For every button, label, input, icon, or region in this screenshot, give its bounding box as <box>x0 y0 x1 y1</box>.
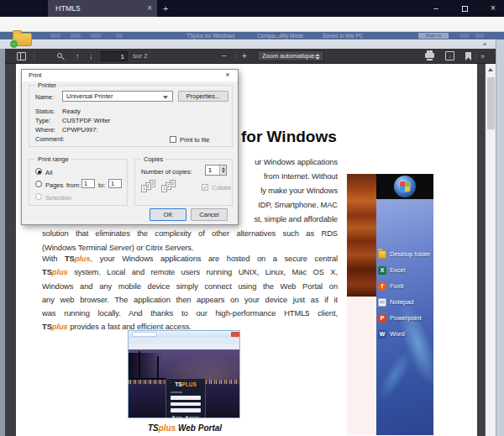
background-toolbar-icon <box>475 34 484 38</box>
browser-tab[interactable]: HTML5 <box>48 0 157 17</box>
desktop-menu-item-foxit: Foxit <box>378 278 432 294</box>
new-tab-button[interactable] <box>163 0 168 17</box>
collate-label: Collate <box>212 184 231 192</box>
scroll-up-icon[interactable] <box>488 68 493 71</box>
text-segment: plus <box>52 267 68 276</box>
login-field <box>171 396 201 400</box>
background-toolbar-icon <box>50 34 60 38</box>
range-all-radio[interactable] <box>35 168 42 175</box>
paragraph-2: With TSplus, your Windows applications a… <box>42 254 338 336</box>
text-line: solution that eliminates the complexity … <box>42 229 338 243</box>
text-line: With TSplus, your Windows applications a… <box>42 254 338 267</box>
login-label-bar <box>171 391 182 393</box>
copies-label: Number of copies: <box>141 168 192 176</box>
logo-plus: PLUS <box>181 381 196 387</box>
tsplus-logo: TSPLUS <box>166 381 205 387</box>
zoom-select[interactable]: Zoom automatique <box>257 50 324 61</box>
print-range-label: Print range <box>35 155 71 163</box>
preview-close-icon[interactable] <box>479 40 491 49</box>
tab-title: HTML5 <box>55 0 81 17</box>
print-icon[interactable] <box>425 53 434 58</box>
window-close-button[interactable] <box>484 0 502 17</box>
maximize-icon <box>462 6 468 12</box>
ok-button[interactable]: OK <box>150 208 186 221</box>
previous-page-icon[interactable] <box>76 49 80 64</box>
foxit-icon <box>378 282 386 291</box>
scrollbar-thumb[interactable] <box>487 77 495 129</box>
notepad-icon <box>378 298 386 307</box>
green-arrow-icon <box>10 40 18 48</box>
type-label: Type: <box>35 117 50 124</box>
range-pages-radio[interactable] <box>35 181 42 187</box>
radio-icon <box>172 416 175 418</box>
collate-checkbox <box>202 184 208 191</box>
desktop-menu-item-word: Word <box>378 326 432 342</box>
cancel-button[interactable]: Cancel <box>191 208 228 221</box>
powerpoint-icon <box>378 314 386 323</box>
text-segment: With <box>42 254 65 263</box>
properties-button[interactable]: Properties... <box>178 91 228 102</box>
folder-icon <box>378 250 386 259</box>
pdf-scrollbar[interactable] <box>485 64 496 436</box>
desktop-image: Desktop folderExcelFoxitNotepadPowerpoin… <box>347 174 433 435</box>
download-icon[interactable] <box>445 51 454 60</box>
text-segment: TS <box>42 267 52 276</box>
desktop-menu-item-powerpoint: Powerpoint <box>378 310 432 326</box>
mini-browser-tabbar <box>129 331 240 338</box>
from-label: from: <box>66 181 81 189</box>
next-page-icon[interactable] <box>89 49 93 64</box>
divider <box>475 52 476 60</box>
tab-close-icon[interactable] <box>147 0 152 16</box>
mini-browser-navbar <box>129 338 240 344</box>
spinner-down-icon[interactable] <box>222 171 225 173</box>
text-segment: any web browser. The application then ap… <box>42 295 338 304</box>
range-selection-radio <box>35 193 42 200</box>
copies-group-label: Copies <box>141 155 165 163</box>
canyon-wallpaper <box>347 174 376 297</box>
printer-name-select[interactable]: Universal Printer <box>62 91 173 102</box>
radio-icon <box>186 416 188 418</box>
night-city-photo: TSPLUS Log on <box>129 349 240 418</box>
pdf-toolbar: sur 2 Zoom automatique <box>5 49 496 64</box>
zoom-select-value: Zoom automatique <box>262 51 315 61</box>
text-segment: plus <box>52 322 68 331</box>
text-segment: from Internet. Without <box>264 171 338 181</box>
copies-input[interactable] <box>206 165 219 175</box>
bookmark-icon[interactable] <box>465 52 471 60</box>
text-segment: ly make your Windows <box>260 186 338 195</box>
zoom-out-icon[interactable] <box>222 49 227 64</box>
copies-spinner[interactable] <box>205 165 227 176</box>
from-input[interactable] <box>81 179 95 188</box>
menu-item-label: Desktop folder <box>390 250 430 258</box>
where-label: Where: <box>35 126 55 134</box>
background-window-title: TSplus for Windows <box>186 32 235 39</box>
comment-label: Comment: <box>35 135 65 143</box>
text-segment: st, simple and affordable <box>255 214 338 223</box>
more-tools-icon[interactable] <box>480 49 485 64</box>
chevron-down-icon <box>163 96 168 99</box>
text-line: Windows and any mobile device simply con… <box>42 281 338 295</box>
window-maximize-button[interactable] <box>455 0 474 17</box>
radio-label-bar <box>176 417 182 418</box>
sidebar-toggle-icon[interactable] <box>17 52 26 60</box>
dialog-close-icon[interactable] <box>221 70 234 81</box>
page-number-input[interactable] <box>101 51 128 61</box>
app-panel: Desktop folderExcelFoxitNotepadPowerpoin… <box>376 174 433 435</box>
window-minimize-button[interactable] <box>427 0 445 17</box>
select-arrows-icon <box>315 54 320 56</box>
spinner-buttons[interactable] <box>219 165 226 175</box>
spinner-up-icon[interactable] <box>222 167 225 170</box>
print-dialog-title: Print <box>29 70 41 81</box>
to-input[interactable] <box>108 179 122 188</box>
range-pages-label: Pages <box>45 181 63 189</box>
desktop-menu-item-excel: Excel <box>378 262 432 278</box>
print-to-file-checkbox[interactable] <box>170 136 176 143</box>
panel-header <box>376 174 433 199</box>
text-line: TSplus system. Local and remote users ru… <box>42 267 338 281</box>
desktop-menu-item-notepad: Notepad <box>378 294 432 310</box>
range-selection-label: Selection <box>45 194 71 202</box>
print-dialog: Print Printer Name: Universal Printer Pr… <box>21 69 239 225</box>
find-icon[interactable] <box>57 53 62 58</box>
zoom-in-icon[interactable] <box>242 49 247 64</box>
domain-field <box>171 408 201 412</box>
